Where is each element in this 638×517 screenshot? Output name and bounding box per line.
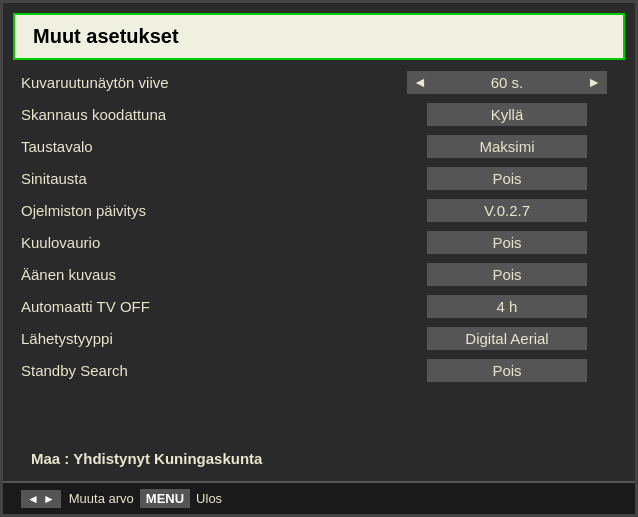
- settings-list: Kuvaruutunäytön viive◄60 s.►Skannaus koo…: [13, 66, 625, 442]
- setting-value-text: Pois: [427, 263, 587, 286]
- setting-row[interactable]: Automaatti TV OFF4 h: [13, 290, 625, 322]
- right-arrow-icon[interactable]: ►: [587, 74, 601, 90]
- setting-label: Kuulovaurio: [21, 234, 397, 251]
- content-area: Kuvaruutunäytön viive◄60 s.►Skannaus koo…: [3, 60, 635, 481]
- setting-value-text: V.0.2.7: [427, 199, 587, 222]
- setting-label: Äänen kuvaus: [21, 266, 397, 283]
- menu-key: MENU: [140, 489, 190, 508]
- setting-row[interactable]: SinitaustaPois: [13, 162, 625, 194]
- setting-row[interactable]: TaustavaloMaksimi: [13, 130, 625, 162]
- setting-value-text: Pois: [427, 167, 587, 190]
- setting-value-container: Kyllä: [397, 103, 617, 126]
- setting-value-container: Pois: [397, 167, 617, 190]
- setting-value-arrows[interactable]: ◄60 s.►: [407, 71, 607, 94]
- nav-arrows: ◄ ►: [21, 490, 61, 508]
- setting-label: Skannaus koodattuna: [21, 106, 397, 123]
- setting-label: Standby Search: [21, 362, 397, 379]
- setting-row[interactable]: Kuvaruutunäytön viive◄60 s.►: [13, 66, 625, 98]
- setting-value-text: 4 h: [427, 295, 587, 318]
- setting-label: Automaatti TV OFF: [21, 298, 397, 315]
- setting-value-container: Pois: [397, 359, 617, 382]
- setting-row[interactable]: Äänen kuvausPois: [13, 258, 625, 290]
- change-hint: Muuta arvo: [69, 491, 134, 506]
- title-bar: Muut asetukset: [13, 13, 625, 60]
- left-nav-arrow: ◄: [25, 492, 41, 506]
- setting-value-container: 4 h: [397, 295, 617, 318]
- setting-value-text: Maksimi: [427, 135, 587, 158]
- setting-row[interactable]: Standby SearchPois: [13, 354, 625, 386]
- setting-value-container: V.0.2.7: [397, 199, 617, 222]
- setting-label: Kuvaruutunäytön viive: [21, 74, 397, 91]
- setting-value-container: Pois: [397, 231, 617, 254]
- left-arrow-icon[interactable]: ◄: [413, 74, 427, 90]
- screen: Muut asetukset Kuvaruutunäytön viive◄60 …: [0, 0, 638, 517]
- setting-value-container: Pois: [397, 263, 617, 286]
- setting-value-text: Digital Aerial: [427, 327, 587, 350]
- setting-value-text: 60 s.: [427, 74, 587, 91]
- setting-row[interactable]: Ojelmiston päivitysV.0.2.7: [13, 194, 625, 226]
- setting-value-container: Digital Aerial: [397, 327, 617, 350]
- exit-hint: Ulos: [196, 491, 222, 506]
- right-nav-arrow: ►: [41, 492, 57, 506]
- setting-value-text: Pois: [427, 231, 587, 254]
- page-title: Muut asetukset: [33, 25, 605, 48]
- setting-value-container: ◄60 s.►: [397, 71, 617, 94]
- bottom-bar: ◄ ► Muuta arvo MENU Ulos: [3, 481, 635, 514]
- setting-value-container: Maksimi: [397, 135, 617, 158]
- setting-label: Lähetystyyppi: [21, 330, 397, 347]
- country-bar: Maa : Yhdistynyt Kuningaskunta: [13, 442, 625, 475]
- setting-value-text: Pois: [427, 359, 587, 382]
- country-label: Maa : Yhdistynyt Kuningaskunta: [31, 450, 262, 467]
- setting-label: Ojelmiston päivitys: [21, 202, 397, 219]
- setting-label: Taustavalo: [21, 138, 397, 155]
- setting-row[interactable]: Skannaus koodattunaKyllä: [13, 98, 625, 130]
- setting-row[interactable]: KuulovaurioPois: [13, 226, 625, 258]
- setting-row[interactable]: LähetystyyppiDigital Aerial: [13, 322, 625, 354]
- setting-value-text: Kyllä: [427, 103, 587, 126]
- setting-label: Sinitausta: [21, 170, 397, 187]
